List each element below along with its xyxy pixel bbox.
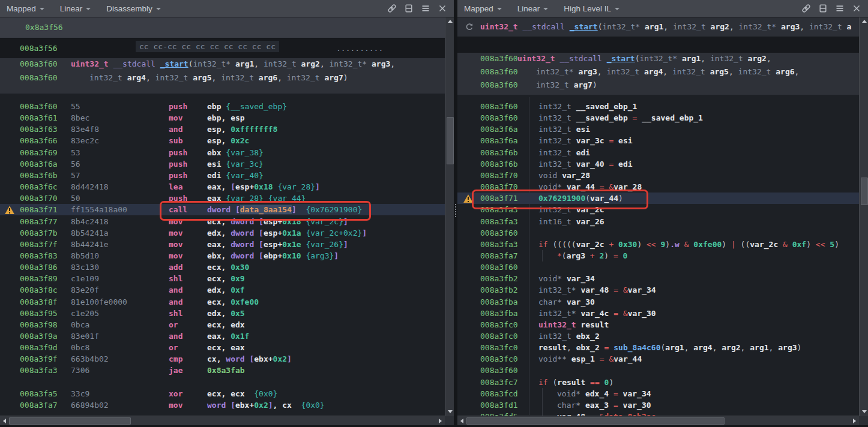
- signature-line[interactable]: 008a3f60uint32_t __stdcall _start(int32_…: [457, 53, 850, 64]
- scroll-left-button[interactable]: [0, 416, 9, 425]
- disasm-row[interactable]: 008a3f7050pusheax {var_28} {var_44}: [0, 193, 445, 204]
- hlil-row[interactable]: 008a3fc0result, ebx_2 = sub_8a4c60(arg1,…: [457, 342, 859, 353]
- disasm-row[interactable]: 008a3f95c1e205shledx, 0x5: [0, 308, 445, 319]
- disasm-row[interactable]: 008a3f89c1e109shlecx, 0x9: [0, 273, 445, 284]
- hlil-row[interactable]: 008a3f60: [457, 261, 859, 273]
- token: *: [557, 251, 562, 260]
- address: 008a3fc0: [480, 330, 518, 342]
- disasm-row[interactable]: 008a3f6953pushebx {var_38}: [0, 147, 445, 158]
- signature-line[interactable]: 008a3f60uint32_t __stdcall _start(int32_…: [0, 58, 436, 70]
- disasm-row[interactable]: 008a3f6a56pushesi {var_3c}: [0, 158, 445, 170]
- disasm-row[interactable]: 008a3f778b4c2418movecx, dword [esp+0x18 …: [0, 216, 445, 227]
- mnemonic: add: [169, 261, 182, 273]
- signature-line[interactable]: 008a3f60int32_t arg4, int32_t arg5, int3…: [0, 72, 436, 83]
- menu-linear[interactable]: Linear: [60, 4, 91, 13]
- link-icon[interactable]: [801, 4, 811, 13]
- hex-byte-row[interactable]: 008a3f56 cc cc-cc cc cc cc cc cc cc cc .…: [0, 38, 445, 58]
- token: (: [562, 251, 567, 260]
- scroll-right-button[interactable]: [850, 416, 859, 425]
- menu-mapped[interactable]: Mapped: [464, 4, 502, 13]
- close-icon[interactable]: [852, 4, 861, 13]
- disasm-row[interactable]: 008a3f9d0bc8orecx, eax: [0, 342, 445, 353]
- hlil-row[interactable]: 008a3fb2void* var_34: [457, 273, 859, 284]
- hlil-row[interactable]: 008a3f6bint32_t edi: [457, 147, 859, 158]
- disasm-row[interactable]: 008a3f6055pushebp {__saved_ebp}: [0, 101, 445, 112]
- disasm-row[interactable]: 008a3f618becmovebp, esp: [0, 112, 445, 124]
- horizontal-scrollbar[interactable]: [0, 416, 445, 425]
- disasm-row[interactable]: 008a3f7f8b44241emoveax, dword [esp+0x1e …: [0, 239, 445, 250]
- menu-icon[interactable]: [421, 4, 430, 13]
- menu-linear[interactable]: Linear: [517, 4, 549, 13]
- hlil-row[interactable]: 008a3fbachar* var_30: [457, 296, 859, 308]
- scroll-right-button[interactable]: [436, 416, 445, 425]
- signature-line[interactable]: 008a3f60int32_t* arg3, int32_t arg4, int…: [457, 66, 850, 77]
- hlil-row[interactable]: 008a3fc0void** esp_1 = &var_44: [457, 353, 859, 365]
- hlil-row[interactable]: 008a3fd1char* eax_3 = var_30: [457, 399, 859, 411]
- menu-disassembly[interactable]: Disassembly: [106, 4, 161, 13]
- hlil-row[interactable]: 008a3f710x76291900(var_44): [457, 193, 859, 204]
- hlil-row[interactable]: 008a3fc0int32_t ebx_2: [457, 330, 859, 342]
- menu-icon[interactable]: [835, 4, 845, 13]
- hlil-row[interactable]: 008a3fbaint32_t* var_4c = &var_30: [457, 308, 859, 319]
- hlil-row[interactable]: 008a3fc7if (result == 0): [457, 377, 859, 388]
- address: 008a3fba: [480, 308, 518, 319]
- scroll-up-button[interactable]: [445, 17, 454, 26]
- hlil-row[interactable]: 008a3fa3int16_t var_26: [457, 216, 859, 227]
- scroll-left-button[interactable]: [457, 416, 466, 425]
- disasm-row[interactable]: 008a3f838b5d10movebx, dword [ebp+0x10 {a…: [0, 250, 445, 261]
- menu-mapped[interactable]: Mapped: [7, 4, 44, 13]
- hlil-row[interactable]: 008a3f60: [457, 227, 859, 239]
- disasm-row[interactable]: 008a3f9f663b4b02cmpcx, word [ebx+0x2]: [0, 353, 445, 365]
- vertical-scrollbar[interactable]: [859, 17, 868, 416]
- scrollbar-thumb[interactable]: [9, 417, 131, 425]
- scroll-up-button[interactable]: [860, 17, 868, 26]
- disasm-row[interactable]: 008a3fa533c9xorecx, ecx {0x0}: [0, 388, 445, 399]
- token: edx,: [207, 309, 231, 318]
- hlil-row[interactable]: 008a3f70void* var_44 = &var_28: [457, 181, 859, 193]
- hlil-row[interactable]: 008a3fa3if (((((var_2c + 0x30) << 9).w &…: [457, 239, 859, 250]
- disasm-row[interactable]: 008a3f980bcaorecx, edx: [0, 319, 445, 330]
- horizontal-scrollbar[interactable]: [457, 416, 859, 425]
- disasm-row[interactable]: 008a3f8f81e100fe0000andecx, 0xfe00: [0, 296, 445, 308]
- disasm-row[interactable]: 008a3fa37306jae0x8a3fab: [0, 365, 445, 376]
- divider-grip-icon[interactable]: [455, 204, 456, 218]
- disasm-row[interactable]: 008a3f6b57pushedi {var_40}: [0, 170, 445, 181]
- hlil-row[interactable]: 008a3fa7*(arg3 + 2) = 0: [457, 250, 859, 261]
- disasm-row[interactable]: 008a3f8c83e20fandedx, 0xf: [0, 284, 445, 296]
- token: void*: [538, 182, 567, 191]
- hlil-row[interactable]: 008a3f60int32_t __saved_ebp = __saved_eb…: [457, 112, 859, 124]
- hlil-row[interactable]: 008a3fcdvoid* edx_4 = var_34: [457, 388, 859, 399]
- hlil-row[interactable]: 008a3f6aint32_t esi: [457, 124, 859, 135]
- disasm-row[interactable]: 008a3f9a83e01fandeax, 0x1f: [0, 330, 445, 342]
- vertical-scrollbar[interactable]: [445, 17, 454, 416]
- disasm-row[interactable]: 008a3f8683c130addecx, 0x30: [0, 261, 445, 273]
- split-view-icon[interactable]: [818, 4, 828, 13]
- hlil-row[interactable]: 008a3f60int32_t __saved_ebp_1: [457, 101, 859, 112]
- hlil-row[interactable]: 008a3fb2int32_t* var_48 = &var_34: [457, 284, 859, 296]
- hlil-row[interactable]: 008a3fa3int32_t var_2c: [457, 204, 859, 215]
- hlil-row[interactable]: 008a3f6bint32_t var_40 = edi: [457, 158, 859, 170]
- mnemonic: push: [169, 101, 187, 112]
- close-icon[interactable]: [438, 4, 447, 13]
- disasm-row[interactable]: 008a3f6c8d442418leaeax, [esp+0x18 {var_2…: [0, 181, 445, 193]
- hlil-row[interactable]: 008a3f60: [457, 365, 859, 376]
- disasm-row[interactable]: [0, 377, 445, 388]
- scroll-down-button[interactable]: [445, 407, 454, 416]
- hlil-row[interactable]: 008a3f70void var_28: [457, 170, 859, 181]
- disasm-row[interactable]: 008a3f7b8b54241amovedx, dword [esp+0x1a …: [0, 227, 445, 239]
- signature-line[interactable]: 008a3f60int32_t arg7): [457, 79, 850, 91]
- scrollbar-thumb[interactable]: [447, 117, 454, 164]
- disasm-row[interactable]: 008a3f71ff1554a18a00calldword [data_8aa1…: [0, 204, 445, 215]
- disasm-row[interactable]: 008a3fa766894b02movword [ebx+0x2], cx {0…: [0, 399, 445, 411]
- scroll-down-button[interactable]: [860, 407, 868, 416]
- token: {var_2c+0x2}: [306, 228, 362, 237]
- split-view-icon[interactable]: [404, 4, 414, 13]
- disasm-row[interactable]: 008a3f6383e4f8andesp, 0xfffffff8: [0, 124, 445, 135]
- hlil-row[interactable]: 008a3f6aint32_t var_3c = esi: [457, 135, 859, 146]
- menu-high-level-il[interactable]: High Level IL: [564, 4, 619, 13]
- link-icon[interactable]: [387, 4, 397, 13]
- scrollbar-thumb[interactable]: [861, 178, 868, 205]
- scrollbar-thumb[interactable]: [466, 417, 725, 425]
- disasm-row[interactable]: 008a3f6683ec2csubesp, 0x2c: [0, 135, 445, 146]
- hlil-row[interactable]: 008a3fc0uint32_t result: [457, 319, 859, 330]
